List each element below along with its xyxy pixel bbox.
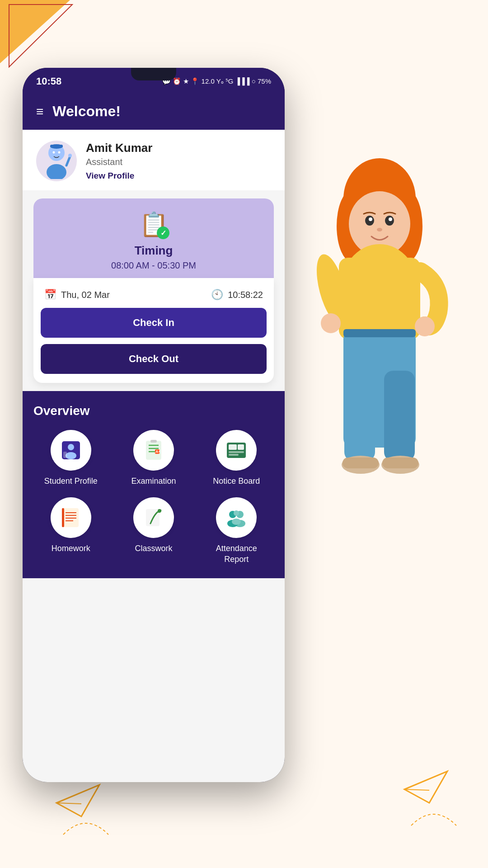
svg-rect-27 <box>238 444 244 450</box>
phone-frame: 10:58 💬 ⏰ ★ 📍 12.0 Yₒ ⁵G ▐▐▐ ○ 75% ≡ Wel… <box>23 68 285 782</box>
svg-point-16 <box>66 452 76 459</box>
check-badge: ✓ <box>157 226 169 239</box>
svg-point-52 <box>369 217 372 221</box>
date-info: 📅 Thu, 02 Mar <box>44 289 110 301</box>
attendance-label: AttendanceReport <box>216 543 257 565</box>
svg-point-15 <box>68 444 74 450</box>
svg-rect-26 <box>229 444 237 450</box>
svg-line-12 <box>66 156 70 165</box>
phone-content: Amit Kumar Assistant View Profile 📋 ✓ Ti… <box>23 130 285 782</box>
notice-board-icon <box>216 430 257 471</box>
svg-point-54 <box>377 228 382 231</box>
svg-point-59 <box>415 316 435 336</box>
svg-point-10 <box>53 151 55 154</box>
classwork-icon <box>133 497 174 538</box>
svg-point-11 <box>58 151 61 154</box>
overview-item-notice-board[interactable]: Notice Board <box>199 430 274 486</box>
view-profile-link[interactable]: View Profile <box>86 171 152 181</box>
overview-item-student-profile[interactable]: Student Profile <box>33 430 108 486</box>
svg-rect-17 <box>63 452 67 458</box>
svg-rect-66 <box>382 458 418 468</box>
student-profile-label: Student Profile <box>44 476 98 486</box>
time-label: 10:58:22 <box>228 290 263 300</box>
svg-rect-29 <box>229 454 239 456</box>
svg-point-44 <box>232 519 241 525</box>
date-time-buttons-card: 📅 Thu, 02 Mar 🕙 10:58:22 Check In Check … <box>33 278 274 383</box>
classwork-label: Classwork <box>135 543 172 554</box>
homework-icon <box>51 497 91 538</box>
overview-item-homework[interactable]: Homework <box>33 497 108 565</box>
timing-hours: 08:00 AM - 05:30 PM <box>44 260 263 271</box>
svg-line-3 <box>56 803 81 804</box>
overview-item-attendance[interactable]: AttendanceReport <box>199 497 274 565</box>
examination-icon: A+ <box>133 430 174 471</box>
svg-rect-56 <box>339 258 420 339</box>
check-in-button[interactable]: Check In <box>41 308 267 338</box>
avatar <box>36 141 77 181</box>
overview-grid: Student Profile A+ <box>33 430 274 565</box>
notch <box>131 68 176 80</box>
timing-title: Timing <box>44 244 263 258</box>
overview-section: Overview Student Profile <box>23 391 285 578</box>
decoration-top-left <box>0 0 75 72</box>
profile-section: Amit Kumar Assistant View Profile <box>23 130 285 190</box>
svg-rect-9 <box>50 145 63 147</box>
svg-point-58 <box>321 313 341 333</box>
timing-card: 📋 ✓ Timing 08:00 AM - 05:30 PM <box>33 198 274 280</box>
status-bar: 10:58 💬 ⏰ ★ 📍 12.0 Yₒ ⁵G ▐▐▐ ○ 75% <box>23 68 285 95</box>
svg-marker-0 <box>0 0 70 63</box>
timing-icon-container: 📋 ✓ <box>138 208 169 240</box>
student-profile-icon <box>51 430 91 471</box>
svg-rect-64 <box>343 458 379 468</box>
svg-rect-67 <box>343 329 416 337</box>
svg-marker-4 <box>404 771 447 803</box>
svg-point-7 <box>47 164 66 179</box>
svg-point-43 <box>234 510 239 516</box>
notice-board-label: Notice Board <box>213 476 260 486</box>
svg-rect-28 <box>229 451 244 453</box>
decoration-dots-right <box>407 803 461 832</box>
decoration-dots-left <box>59 812 113 841</box>
status-icons: 💬 ⏰ ★ 📍 12.0 Yₒ ⁵G ▐▐▐ ○ 75% <box>162 77 271 85</box>
app-header: ≡ Welcome! <box>23 95 285 130</box>
svg-line-5 <box>404 789 429 790</box>
time-info: 🕙 10:58:22 <box>211 289 263 301</box>
profile-info: Amit Kumar Assistant View Profile <box>86 141 152 181</box>
header-title: Welcome! <box>52 103 121 120</box>
hamburger-menu[interactable]: ≡ <box>36 104 43 119</box>
profile-name: Amit Kumar <box>86 141 152 155</box>
homework-label: Homework <box>52 543 90 554</box>
check-out-button[interactable]: Check Out <box>41 344 267 374</box>
svg-text:A+: A+ <box>155 449 161 454</box>
attendance-icon <box>216 497 257 538</box>
svg-rect-62 <box>384 371 415 461</box>
timing-icon-row: 📋 ✓ <box>44 208 263 240</box>
overview-title: Overview <box>33 404 274 418</box>
overview-item-examination[interactable]: A+ Examination <box>116 430 191 486</box>
svg-point-53 <box>389 217 392 221</box>
svg-rect-61 <box>344 371 375 461</box>
status-time: 10:58 <box>36 75 61 87</box>
svg-rect-35 <box>62 508 64 527</box>
overview-item-classwork[interactable]: Classwork <box>116 497 191 565</box>
svg-rect-24 <box>150 440 157 443</box>
clock-icon: 🕙 <box>211 289 223 301</box>
svg-point-13 <box>68 154 72 157</box>
calendar-icon: 📅 <box>44 289 56 301</box>
profile-role: Assistant <box>86 157 152 167</box>
character-illustration <box>285 136 474 542</box>
examination-label: Examination <box>131 476 176 486</box>
date-time-row: 📅 Thu, 02 Mar 🕙 10:58:22 <box>41 284 267 308</box>
date-label: Thu, 02 Mar <box>61 290 110 300</box>
